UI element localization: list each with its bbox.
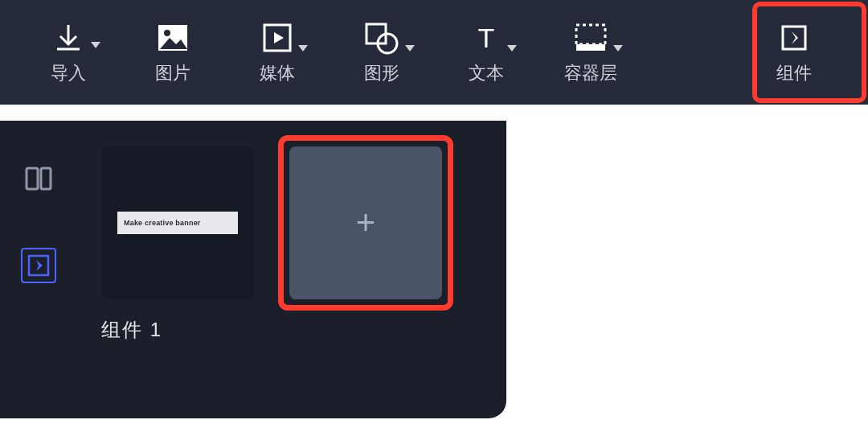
component-icon	[778, 19, 810, 56]
cards-area: Make creative banner 组件 1 +	[77, 121, 506, 418]
component-thumbnail: Make creative banner	[101, 146, 254, 299]
svg-marker-7	[274, 32, 284, 43]
shape-label: 图形	[364, 61, 399, 85]
svg-rect-15	[576, 44, 605, 51]
text-icon: T	[470, 19, 502, 56]
svg-rect-20	[41, 168, 51, 189]
add-component-card[interactable]: +	[289, 146, 442, 418]
thumbnail-preview-text: Make creative banner	[124, 219, 201, 227]
add-tile[interactable]: +	[289, 146, 442, 299]
svg-marker-8	[298, 45, 308, 51]
svg-marker-13	[507, 45, 517, 51]
import-label: 导入	[51, 61, 86, 85]
shape-button[interactable]: 图形	[330, 0, 434, 105]
plus-icon: +	[356, 206, 376, 240]
component-card[interactable]: Make creative banner 组件 1	[101, 146, 254, 418]
svg-marker-18	[792, 31, 798, 44]
media-label: 媒体	[260, 61, 295, 85]
svg-point-4	[164, 30, 170, 36]
text-button[interactable]: T 文本	[434, 0, 538, 105]
component-button[interactable]: 组件	[736, 0, 852, 105]
content-row: Make creative banner 组件 1 +	[0, 121, 868, 424]
svg-marker-2	[91, 42, 100, 48]
media-button[interactable]: 媒体	[225, 0, 330, 105]
container-label: 容器层	[564, 61, 617, 85]
import-button[interactable]: 导入	[16, 0, 121, 105]
svg-marker-16	[613, 45, 623, 51]
component-label: 组件	[776, 61, 812, 85]
media-icon	[261, 19, 293, 56]
container-icon	[573, 19, 608, 56]
blank-area	[506, 121, 868, 424]
top-toolbar: 导入 图片 媒体	[0, 0, 868, 105]
layouts-tab[interactable]	[21, 161, 56, 196]
side-icon-rail	[0, 121, 77, 418]
text-label: 文本	[469, 61, 504, 85]
import-icon	[51, 19, 86, 56]
svg-rect-14	[576, 25, 605, 44]
container-button[interactable]: 容器层	[538, 0, 643, 105]
svg-marker-22	[36, 260, 43, 271]
shape-icon	[363, 19, 400, 56]
component-card-label: 组件 1	[101, 317, 162, 343]
svg-rect-19	[27, 168, 38, 189]
image-icon	[155, 19, 190, 56]
image-button[interactable]: 图片	[121, 0, 225, 105]
side-panel: Make creative banner 组件 1 +	[0, 121, 506, 418]
svg-text:T: T	[478, 23, 495, 53]
svg-marker-11	[405, 45, 415, 51]
components-tab[interactable]	[21, 248, 56, 283]
thumbnail-preview-bar: Make creative banner	[117, 212, 238, 234]
image-label: 图片	[155, 61, 190, 85]
svg-rect-17	[783, 27, 805, 49]
